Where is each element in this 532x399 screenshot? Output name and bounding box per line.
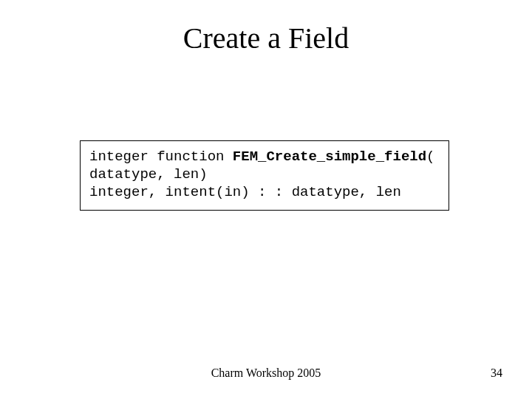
code-box: integer function FEM_Create_simple_field… — [80, 140, 449, 211]
code-line-1-funcname: FEM_Create_simple_field — [233, 149, 426, 165]
code-line-1-prefix: integer function — [89, 149, 233, 165]
footer-text: Charm Workshop 2005 — [0, 366, 532, 380]
code-line-3: integer, intent(in) : : datatype, len — [89, 184, 401, 200]
slide-title: Create a Field — [0, 21, 532, 55]
code-line-1-suffix: ( — [426, 149, 434, 165]
code-line-2: datatype, len) — [89, 166, 208, 183]
page-number: 34 — [491, 366, 502, 380]
slide: Create a Field integer function FEM_Crea… — [0, 0, 532, 399]
code-block: integer function FEM_Create_simple_field… — [89, 149, 440, 201]
